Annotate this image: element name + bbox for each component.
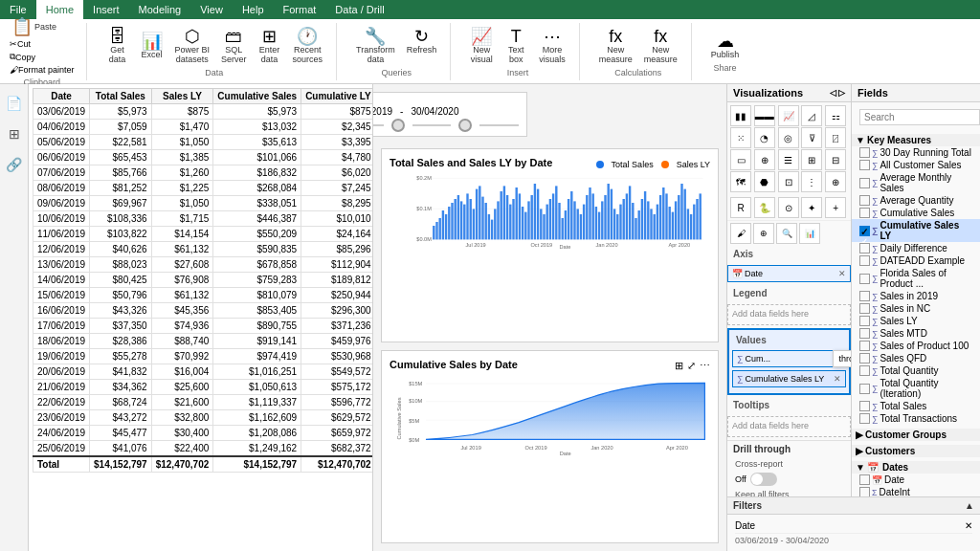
field-item[interactable]: ∑Total Sales — [852, 400, 980, 412]
field-checkbox[interactable] — [859, 341, 870, 351]
new-measure2-button[interactable]: fx Newmeasure — [640, 26, 681, 66]
field-checkbox[interactable] — [859, 291, 870, 301]
field-item[interactable]: ∑Average Quantity — [852, 194, 980, 207]
tab-help[interactable]: Help — [233, 0, 274, 19]
viz-bar[interactable]: ▮▮ — [730, 105, 751, 126]
field-item[interactable]: ∑Total Quantity (Iteration) — [852, 377, 980, 400]
viz-py[interactable]: 🐍 — [754, 197, 775, 218]
tab-format[interactable]: Format — [274, 0, 326, 19]
value-remove[interactable]: ✕ — [834, 374, 841, 384]
field-item[interactable]: ∑Sales in 2019 — [852, 290, 980, 302]
new-measure-button[interactable]: fx Newmeasure — [595, 26, 636, 66]
chart-expand-icon[interactable]: ⤢ — [687, 360, 696, 372]
field-checkbox[interactable] — [859, 160, 870, 170]
copy-button[interactable]: ⧉ Copy — [8, 51, 77, 63]
filters-section-header[interactable]: Filters ▲ — [727, 497, 980, 515]
format-painter-button[interactable]: 🖌 Format painter — [8, 64, 77, 76]
field-item[interactable]: 📅Date — [852, 474, 980, 486]
field-item[interactable]: ∑Sales LY — [852, 315, 980, 327]
viz-area[interactable]: ◿ — [801, 105, 822, 126]
field-group-customers-header[interactable]: ▶ Customers — [852, 445, 980, 457]
viz-table[interactable]: ⊞ — [801, 149, 822, 170]
tab-data-drill[interactable]: Data / Drill — [325, 0, 393, 19]
slicer-date-to[interactable]: 30/04/2020 — [411, 106, 458, 117]
value-item-1[interactable]: ∑ Cum... — [732, 350, 846, 367]
field-item[interactable]: ΣDateInt — [852, 486, 980, 496]
field-checkbox[interactable] — [859, 243, 870, 253]
get-data-button[interactable]: 🗄 Getdata — [102, 26, 133, 66]
fields-search-input[interactable] — [859, 109, 980, 125]
transform-data-button[interactable]: 🔧 Transformdata — [352, 26, 399, 66]
date-slicer[interactable]: Date 03/06/2019 - 30/04/2020 — [373, 92, 527, 137]
viz-waterfall[interactable]: ⋮ — [801, 171, 822, 192]
viz-combo[interactable]: ⚏ — [825, 105, 846, 126]
viz-funnel[interactable]: ⊽ — [801, 127, 822, 148]
field-checkbox[interactable] — [859, 255, 870, 266]
legend-drop-zone[interactable]: Add data fields here — [727, 304, 851, 325]
field-item[interactable]: ∑Total Transactions — [852, 412, 980, 425]
tab-insert[interactable]: Insert — [83, 0, 129, 19]
field-item[interactable]: ∑Sales in NC — [852, 302, 980, 315]
cross-report-switch[interactable] — [750, 473, 777, 486]
cut-button[interactable]: ✂ Cut — [8, 38, 77, 50]
recent-sources-button[interactable]: 🕐 Recentsources — [289, 26, 327, 66]
field-item[interactable]: ∑All Customer Sales — [852, 159, 980, 171]
publish-button[interactable]: ☁ Publish — [707, 31, 744, 61]
refresh-button[interactable]: ↻ Refresh — [403, 26, 441, 66]
viz-slicer[interactable]: ☰ — [778, 149, 799, 170]
field-checkbox[interactable] — [859, 384, 870, 394]
viz-r[interactable]: R — [730, 197, 751, 218]
viz-donut[interactable]: ◎ — [778, 127, 799, 148]
field-checkbox[interactable] — [859, 195, 870, 206]
slicer-handle-end[interactable] — [458, 119, 472, 132]
sql-button[interactable]: 🗃 SQLServer — [217, 26, 251, 66]
model-view-icon[interactable]: 🔗 — [3, 153, 26, 176]
field-group-dates-header[interactable]: ▼ 📅 Dates — [852, 461, 980, 474]
paste-button[interactable]: 📋 Paste — [8, 16, 77, 37]
value-item-2[interactable]: ∑ Cumulative Sales LY ✕ through — [732, 370, 846, 387]
viz-filled-map[interactable]: ⬣ — [754, 171, 775, 192]
field-checkbox[interactable] — [859, 303, 870, 314]
axis-remove[interactable]: ✕ — [838, 269, 846, 278]
field-checkbox[interactable]: ✓ — [859, 226, 870, 236]
field-item[interactable]: ∑Cumulative Sales — [852, 207, 980, 219]
viz-pie[interactable]: ◔ — [754, 127, 775, 148]
field-item[interactable]: ∑DATEADD Example — [852, 254, 980, 267]
field-item[interactable]: ∑Daily Difference — [852, 242, 980, 254]
chart-filter-icon[interactable]: ⊞ — [675, 360, 683, 372]
viz-expand-icon[interactable]: ▷ — [838, 88, 845, 98]
data-view-icon[interactable]: ⊞ — [3, 122, 26, 145]
viz-kpi[interactable]: ⊕ — [754, 149, 775, 170]
field-group-key-measures-header[interactable]: ▼ Key Measures — [852, 134, 980, 146]
axis-value[interactable]: 📅 Date ✕ — [727, 265, 851, 282]
field-checkbox[interactable] — [859, 413, 870, 424]
new-visual-button[interactable]: 📈 Newvisual — [466, 26, 497, 66]
field-item[interactable]: ∑Average Monthly Sales — [852, 171, 980, 194]
tab-modeling[interactable]: Modeling — [129, 0, 191, 19]
viz-column[interactable]: ▬▬ — [754, 105, 775, 126]
field-checkbox[interactable] — [859, 401, 870, 411]
report-view-icon[interactable]: 📄 — [3, 92, 26, 115]
field-item[interactable]: ∑30 Day Running Total — [852, 146, 980, 159]
field-item[interactable]: ∑Florida Sales of Product ... — [852, 267, 980, 290]
chart-more-icon[interactable]: ⋯ — [700, 360, 710, 372]
viz-map[interactable]: 🗺 — [730, 171, 751, 192]
field-item[interactable]: ✓∑Cumulative Sales LY — [852, 219, 980, 242]
viz-collapse-icon[interactable]: ◁ — [830, 88, 836, 98]
tab-view[interactable]: View — [190, 0, 233, 19]
format-icon3[interactable]: 🔍 — [776, 223, 797, 244]
viz-matrix[interactable]: ⊟ — [825, 149, 846, 170]
viz-custom[interactable]: ⊕ — [825, 171, 846, 192]
powerbi-datasets-button[interactable]: ⬡ Power BIdatasets — [171, 26, 214, 66]
field-checkbox[interactable] — [859, 365, 870, 376]
enter-data-button[interactable]: ⊞ Enterdata — [255, 26, 285, 66]
more-visuals-button[interactable]: ⋯ Morevisuals — [535, 26, 569, 66]
viz-qr[interactable]: ⊙ — [778, 197, 799, 218]
field-checkbox[interactable] — [859, 178, 870, 188]
field-checkbox[interactable] — [859, 274, 870, 284]
viz-treemap[interactable]: ⊡ — [778, 171, 799, 192]
viz-ai[interactable]: ✦ — [801, 197, 822, 218]
viz-line[interactable]: 📈 — [778, 105, 799, 126]
slicer-date-from[interactable]: 03/06/2019 — [373, 106, 392, 117]
field-item[interactable]: ∑Sales MTD — [852, 327, 980, 340]
